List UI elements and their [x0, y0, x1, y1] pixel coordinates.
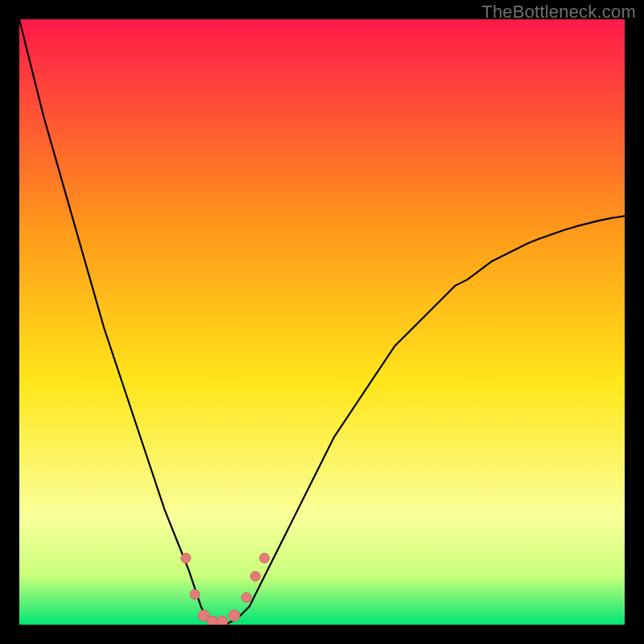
chart-frame: TheBottleneck.com [0, 0, 644, 644]
bottleneck-chart-svg [19, 19, 625, 625]
data-marker-5 [229, 610, 240, 621]
plot-area [19, 19, 625, 625]
data-marker-1 [190, 589, 200, 599]
gradient-background [19, 19, 625, 625]
data-marker-8 [260, 553, 270, 563]
data-marker-0 [181, 553, 191, 563]
data-marker-6 [242, 592, 251, 602]
data-marker-7 [250, 572, 260, 581]
data-marker-4 [217, 616, 228, 625]
